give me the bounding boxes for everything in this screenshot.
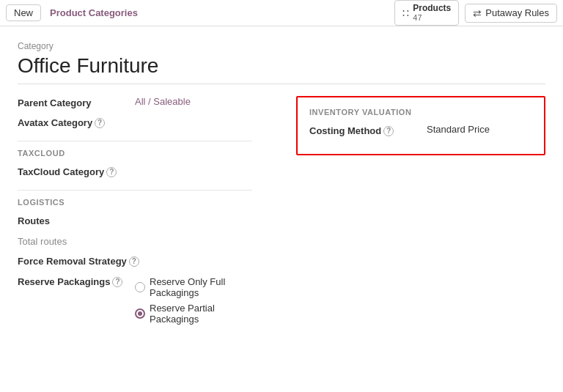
routes-label: Routes	[18, 214, 135, 226]
avatax-help-icon[interactable]: ?	[95, 118, 105, 128]
inv-valuation-heading: INVENTORY VALUATION	[309, 108, 532, 117]
costing-method-label: Costing Method	[309, 125, 381, 136]
topbar: New Product Categories Product Categorie…	[0, 0, 563, 26]
force-removal-help-icon[interactable]: ?	[129, 256, 139, 267]
logistics-divider	[18, 190, 252, 191]
force-removal-row: Force Removal Strategy ?	[18, 254, 252, 267]
costing-method-row: Costing Method ? Standard Price	[309, 124, 532, 136]
reserve-packagings-label: Reserve Packagings	[18, 276, 110, 287]
costing-method-value: Standard Price	[427, 124, 490, 135]
force-removal-label-wrap: Force Removal Strategy ?	[18, 254, 139, 267]
reserve-packagings-options: Reserve Only Full Packagings Reserve Par…	[135, 276, 252, 325]
products-count: Products 47	[413, 4, 451, 22]
taxcloud-help-icon[interactable]: ?	[106, 167, 117, 177]
reserve-packagings-label-wrap: Reserve Packagings ?	[18, 275, 135, 287]
total-routes-label: Total routes	[18, 234, 135, 247]
shuffle-icon: ⇄	[473, 7, 482, 19]
category-section-label: Category	[18, 41, 545, 51]
form-left: Parent Category All / Saleable Avatax Ca…	[18, 96, 282, 332]
taxcloud-label-wrap: TaxCloud Category ?	[18, 165, 135, 177]
reserve-packagings-row: Reserve Packagings ? Reserve Only Full P…	[18, 275, 252, 325]
routes-row: Routes	[18, 214, 252, 227]
new-button[interactable]: New	[6, 4, 41, 21]
reserve-packagings-help-icon[interactable]: ?	[112, 277, 122, 287]
breadcrumb-main-link[interactable]: Product Categories	[50, 7, 138, 18]
topbar-right: ∷ Products 47 ⇄ Putaway Rules	[394, 0, 557, 26]
putaway-rules-button[interactable]: ⇄ Putaway Rules	[465, 4, 557, 23]
force-removal-label: Force Removal Strategy	[18, 256, 127, 267]
taxcloud-row: TaxCloud Category ?	[18, 165, 252, 178]
taxcloud-divider	[18, 141, 252, 141]
radio-only-full-label: Reserve Only Full Packagings	[150, 276, 252, 298]
total-routes-row: Total routes	[18, 234, 252, 247]
costing-method-help-icon[interactable]: ?	[383, 126, 394, 136]
page-title: Office Furniture	[18, 54, 545, 84]
parent-category-value[interactable]: All / Saleable	[135, 96, 191, 107]
taxcloud-label: TaxCloud Category	[18, 166, 104, 177]
avatax-label: Avatax Category	[18, 117, 92, 128]
radio-partial-label: Reserve Partial Packagings	[150, 303, 252, 325]
parent-category-row: Parent Category All / Saleable	[18, 96, 252, 108]
radio-partial-circle[interactable]	[135, 308, 145, 319]
main-content: Category Office Furniture Parent Categor…	[0, 26, 563, 347]
form-right: INVENTORY VALUATION Costing Method ? Sta…	[282, 96, 545, 332]
products-label: Products	[413, 4, 451, 13]
products-button[interactable]: ∷ Products 47	[394, 0, 459, 26]
radio-only-full-circle[interactable]	[135, 282, 145, 292]
avatax-row: Avatax Category ?	[18, 116, 252, 129]
putaway-label: Putaway Rules	[485, 7, 549, 18]
products-number: 47	[413, 13, 422, 22]
taxcloud-section-heading: TAXCLOUD	[18, 149, 252, 158]
parent-category-label: Parent Category	[18, 96, 135, 108]
avatax-label-wrap: Avatax Category ?	[18, 116, 135, 128]
breadcrumb: Product Categories	[50, 7, 138, 18]
radio-partial[interactable]: Reserve Partial Packagings	[135, 303, 252, 325]
inventory-valuation-box: INVENTORY VALUATION Costing Method ? Sta…	[296, 96, 545, 155]
logistics-section-heading: LOGISTICS	[18, 198, 252, 207]
form-grid: Parent Category All / Saleable Avatax Ca…	[18, 96, 545, 332]
grid-icon: ∷	[402, 7, 409, 19]
costing-method-label-wrap: Costing Method ?	[309, 124, 427, 136]
radio-only-full[interactable]: Reserve Only Full Packagings	[135, 276, 252, 298]
